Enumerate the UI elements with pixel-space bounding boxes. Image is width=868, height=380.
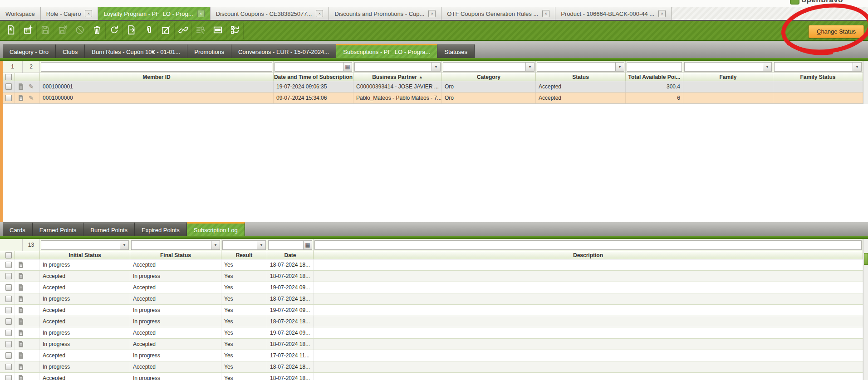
row-checkbox[interactable] [5, 330, 12, 336]
subscription-log-row[interactable]: AcceptedIn progressYes18-07-2024 18... [0, 316, 868, 327]
subscriptions-row[interactable]: ✎000100000119-07-2024 09:06:35C000003934… [0, 81, 868, 93]
subscription-log-row[interactable]: AcceptedIn progressYes19-07-2024 09... [0, 305, 868, 316]
filter-dropdown-icon[interactable]: ▼ [615, 63, 624, 71]
delete-button[interactable] [88, 23, 106, 39]
column-header-family-status[interactable]: Family Status [773, 73, 863, 81]
column-header-description[interactable]: Description [314, 251, 863, 259]
column-header-final-status[interactable]: Final Status [130, 251, 221, 259]
column-header-category[interactable]: Category [442, 73, 536, 81]
subscription-log-row[interactable]: In progressAcceptedYes18-07-2024 18... [0, 293, 868, 305]
subtab-statuses[interactable]: Statuses [437, 44, 475, 58]
filter-input-description[interactable] [314, 240, 862, 250]
row-checkbox[interactable] [5, 318, 12, 325]
close-icon[interactable]: × [428, 10, 436, 17]
filter-dropdown-icon[interactable]: ▼ [853, 63, 861, 71]
subscriptions-row[interactable]: ✎000100000009-07-2024 15:34:06Pablo_Mate… [0, 93, 868, 104]
filter-input-business-partner[interactable]: ▼ [354, 62, 441, 72]
filter-input-family-status[interactable]: ▼ [774, 62, 862, 72]
row-checkbox[interactable] [5, 83, 12, 90]
child-tab-expired-points[interactable]: Expired Points [135, 222, 187, 236]
child-tab-burned-points[interactable]: Burned Points [83, 222, 135, 236]
scrollbar-thumb[interactable] [864, 253, 868, 265]
column-header-family[interactable]: Family [683, 73, 773, 81]
link-button[interactable] [175, 23, 192, 39]
open-record-icon[interactable] [18, 329, 24, 336]
new-row-button[interactable] [20, 23, 37, 39]
open-record-icon[interactable] [18, 307, 24, 314]
row-checkbox[interactable] [5, 95, 12, 101]
subscription-log-row[interactable]: AcceptedIn progressYes17-07-2024 11... [0, 350, 868, 361]
column-header-result[interactable]: Result [221, 251, 267, 259]
subtab-category-oro[interactable]: Category - Oro [3, 44, 56, 58]
subscription-log-row[interactable]: In progressAcceptedYes18-07-2024 18... [0, 259, 868, 271]
row-checkbox[interactable] [5, 262, 12, 268]
filter-input-final-status[interactable]: ▼ [131, 240, 220, 250]
filter-dropdown-icon[interactable]: ▼ [211, 241, 220, 249]
column-header-member-id[interactable]: Member ID [40, 73, 274, 81]
lower-grid-scrollbar[interactable] [863, 239, 868, 380]
edit-record-icon[interactable]: ✎ [29, 94, 34, 102]
filter-input-date[interactable]: ▦ [268, 240, 312, 250]
close-icon[interactable]: × [658, 10, 666, 17]
edit-record-icon[interactable]: ✎ [29, 83, 34, 90]
tab-role-cajero[interactable]: Role - Cajero× [41, 7, 98, 20]
calendar-picker-icon[interactable]: ▦ [303, 241, 312, 249]
tab-discount-coupons-ce383825077[interactable]: Discount Coupons - CE383825077...× [211, 7, 329, 20]
open-record-icon[interactable] [18, 261, 24, 268]
row-checkbox[interactable] [5, 284, 12, 291]
subtab-burn-rules-cup-n-10-01-01[interactable]: Burn Rules - Cupón 10€ - 01-01... [85, 44, 187, 58]
open-record-icon[interactable] [18, 375, 24, 380]
change-status-button[interactable]: Change Status [809, 25, 864, 38]
calendar-picker-icon[interactable]: ▦ [343, 63, 352, 71]
open-record-icon[interactable] [18, 352, 24, 359]
attachment-button[interactable] [140, 23, 157, 39]
filter-dropdown-icon[interactable]: ▼ [432, 63, 440, 71]
subscription-log-row[interactable]: AcceptedAcceptedYes19-07-2024 09... [0, 282, 868, 293]
row-checkbox[interactable] [5, 341, 12, 347]
tab-discounts-and-promotions-cup[interactable]: Discounts and Promotions - Cup...× [329, 7, 441, 20]
open-record-icon[interactable] [18, 284, 24, 291]
column-header-business-partner[interactable]: Business Partner▲ [353, 73, 442, 81]
filter-dropdown-icon[interactable]: ▼ [763, 63, 771, 71]
export-button[interactable] [123, 23, 140, 39]
filter-input-member-id[interactable] [41, 62, 272, 72]
tab-workspace[interactable]: Workspace [0, 7, 41, 20]
close-icon[interactable]: × [197, 10, 205, 17]
subscription-log-row[interactable]: In progressAcceptedYes18-07-2024 18... [0, 361, 868, 373]
filter-input-category[interactable]: ▼ [443, 62, 535, 72]
open-record-icon[interactable] [18, 273, 24, 280]
open-record-icon[interactable] [18, 83, 24, 90]
subscription-log-row[interactable]: In progressAcceptedYes18-07-2024 18... [0, 339, 868, 350]
row-checkbox[interactable] [5, 273, 12, 279]
filter-input-family[interactable]: ▼ [684, 62, 772, 72]
filter-dropdown-icon[interactable]: ▼ [257, 241, 265, 249]
row-checkbox[interactable] [5, 307, 12, 313]
close-icon[interactable]: × [85, 10, 92, 17]
subscription-log-row[interactable]: AcceptedIn progressYes18-07-2024 18... [0, 373, 868, 380]
child-tab-cards[interactable]: Cards [3, 222, 33, 236]
edit-button[interactable] [157, 23, 175, 39]
column-header-date[interactable]: Date [267, 251, 314, 259]
filter-input-date-and-time-of-subscriptio[interactable]: ▦ [275, 62, 352, 72]
open-record-icon[interactable] [18, 295, 24, 302]
row-checkbox[interactable] [5, 375, 12, 380]
filter-input-result[interactable]: ▼ [222, 240, 266, 250]
close-icon[interactable]: × [316, 10, 323, 17]
subtab-clubs[interactable]: Clubs [56, 44, 85, 58]
row-checkbox[interactable] [5, 364, 12, 370]
close-icon[interactable]: × [542, 10, 549, 17]
new-document-button[interactable] [2, 23, 20, 39]
column-header-initial-status[interactable]: Initial Status [40, 251, 130, 259]
tab-product-106664-black-000-44[interactable]: Product - 106664-BLACK-000-44 ...× [555, 7, 672, 20]
window-button[interactable] [209, 23, 226, 39]
child-tab-earned-points[interactable]: Earned Points [33, 222, 84, 236]
subtab-conversions-eur-15-07-2024[interactable]: Conversions - EUR - 15-07-2024... [231, 44, 336, 58]
tab-loyalty-program-pf-lo-prog[interactable]: Loyalty Program - PF_LO - Prog...× [98, 7, 210, 20]
filter-input-total-available-poi[interactable] [627, 62, 682, 72]
open-record-icon[interactable] [18, 318, 24, 325]
filter-input-initial-status[interactable]: ▼ [41, 240, 129, 250]
row-checkbox[interactable] [5, 296, 12, 302]
subtab-subscriptions-pf-lo-progra[interactable]: Subscriptions - PF_LO - Progra... [336, 44, 437, 58]
subscription-log-row[interactable]: AcceptedIn progressYes18-07-2024 18... [0, 271, 868, 282]
open-record-icon[interactable] [18, 94, 24, 102]
